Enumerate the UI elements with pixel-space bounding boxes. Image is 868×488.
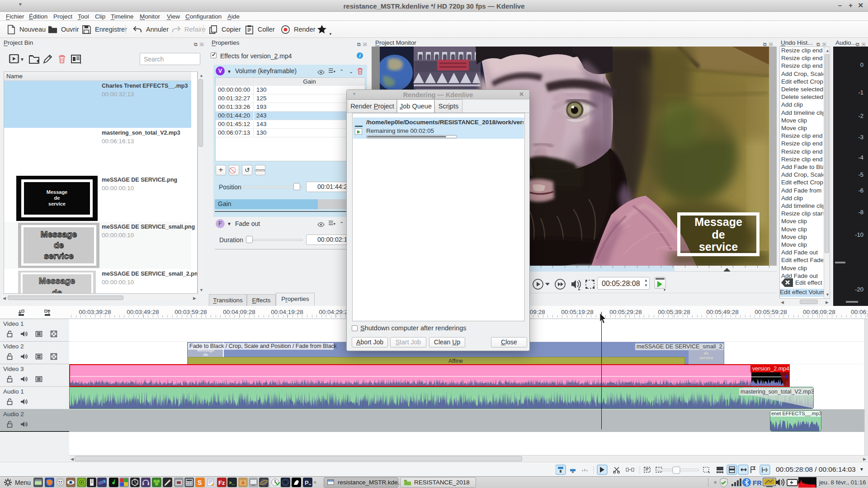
svg-text:service: service [699,240,738,253]
svg-text:de: de [712,228,725,241]
svg-text:S: S [198,479,202,486]
svg-text:Message: Message [694,216,742,228]
svg-text:P: P [305,479,309,486]
svg-text:>_: >_ [229,480,235,486]
svg-text:Fz: Fz [218,479,225,486]
